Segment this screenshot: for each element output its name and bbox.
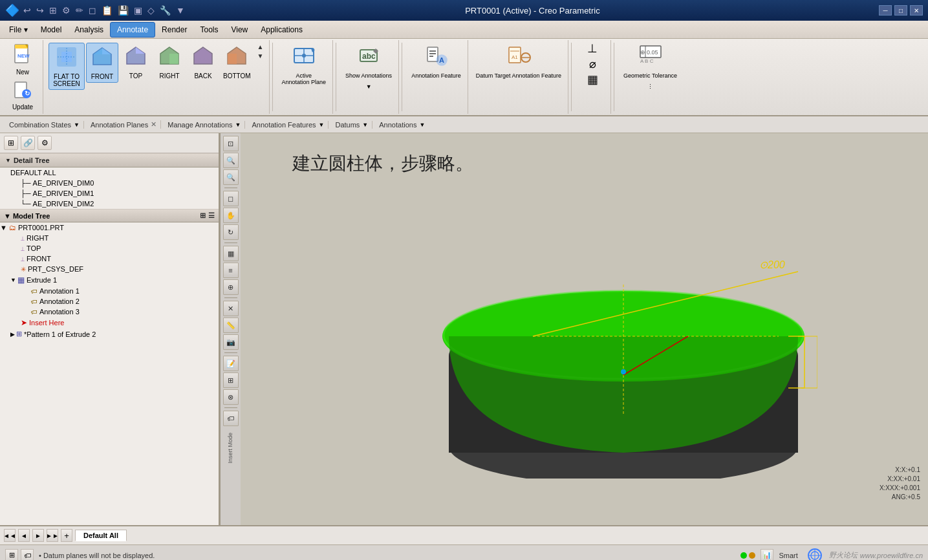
- quick-access-toolbar[interactable]: 🔷 ↩ ↪ ⊞ ⚙ ✏ ◻ 📋 💾 ▣ ◇ 🔧 ▼: [5, 3, 186, 17]
- model-tree-item-front[interactable]: ⟂ FRONT: [0, 253, 219, 264]
- vp-btn-measure[interactable]: 📏: [223, 318, 239, 333]
- ribbon-top-btn[interactable]: TOP: [120, 43, 152, 81]
- detail-tree-item-dim2[interactable]: └─ AE_DRIVEN_DIM2: [0, 199, 219, 209]
- ribbon-small-btn-2[interactable]: ⌀: [578, 57, 607, 71]
- model-tree-item-csys[interactable]: ✳ PRT_CSYS_DEF: [0, 264, 219, 274]
- model-tree-item-prt0001[interactable]: ▼ 🗂 PRT0001.PRT: [0, 222, 219, 233]
- status-icon-2[interactable]: 🏷: [21, 549, 34, 561]
- undo-btn[interactable]: ↩: [22, 5, 32, 16]
- status-icon-chart[interactable]: 📊: [761, 549, 773, 561]
- close-btn[interactable]: ✕: [910, 5, 923, 16]
- qa-btn5[interactable]: 📋: [100, 5, 114, 16]
- qa-btn3[interactable]: ✏: [74, 5, 85, 16]
- vp-btn-zoom-in[interactable]: 🔍: [223, 153, 239, 168]
- model-tree-item-right[interactable]: ⟂ RIGHT: [0, 233, 219, 243]
- redo-btn[interactable]: ↪: [35, 5, 45, 16]
- nav-last-btn[interactable]: ►►: [47, 529, 58, 542]
- model-tree-item-annot1[interactable]: 🏷 Annotation 1: [0, 286, 219, 296]
- annotation-planes-close[interactable]: ✕: [151, 120, 156, 129]
- qa-btn4[interactable]: ◻: [87, 5, 98, 16]
- qa-btn8[interactable]: ◇: [146, 5, 156, 16]
- vp-btn-camera[interactable]: 📷: [223, 334, 239, 350]
- ribbon-geom-tol-more[interactable]: ⋮: [636, 82, 665, 91]
- ribbon-new-btn[interactable]: NEW New: [6, 41, 39, 78]
- model-tree-item-pattern1[interactable]: ▶ ⊞ *Pattern 1 of Extrude 2: [0, 328, 219, 339]
- minimize-btn[interactable]: ─: [879, 5, 892, 16]
- vp-btn-extra1[interactable]: ⊗: [223, 389, 239, 405]
- ribbon-annotation-feature-btn[interactable]: A Annotation Feature: [409, 41, 464, 81]
- manage-annotations-dropdown[interactable]: ▼: [235, 122, 241, 128]
- vp-btn-split[interactable]: ⊞: [223, 372, 239, 388]
- maximize-btn[interactable]: □: [894, 5, 907, 16]
- model-tree-item-insert-here[interactable]: ➤ Insert Here: [0, 317, 219, 328]
- menu-view[interactable]: View: [224, 23, 254, 37]
- detail-tree-header[interactable]: ▼ Detail Tree: [0, 153, 219, 167]
- model-tree-item-top[interactable]: ⟂ TOP: [0, 243, 219, 253]
- detail-tree-item-default-all[interactable]: DEFAULT ALL: [0, 167, 219, 178]
- detail-tree-item-dim1[interactable]: ├─ AE_DRIVEN_DIM1: [0, 188, 219, 199]
- vp-btn-note[interactable]: 📝: [223, 356, 239, 371]
- qa-btn7[interactable]: ▣: [133, 5, 144, 16]
- menu-analysis[interactable]: Analysis: [68, 23, 110, 37]
- ribbon-datum-target-btn[interactable]: A1 Datum Target Annotation Feature: [473, 41, 564, 81]
- ribbon-show-annot-dropdown[interactable]: ▼: [354, 82, 383, 91]
- vp-btn-rotate[interactable]: ↻: [223, 224, 239, 240]
- detail-tree-btn-3[interactable]: ⚙: [38, 136, 52, 150]
- status-icon-1[interactable]: ⊞: [5, 549, 18, 561]
- ribbon-right-btn[interactable]: RIGHT: [153, 43, 186, 81]
- menu-file[interactable]: File ▾: [3, 23, 34, 37]
- nav-prev-btn[interactable]: ◄: [18, 529, 30, 542]
- nav-next-btn[interactable]: ►: [32, 529, 44, 542]
- qa-dropdown[interactable]: ▼: [175, 5, 186, 16]
- scroll-up-btn[interactable]: ▲: [256, 43, 265, 51]
- ribbon-back-btn[interactable]: BACK: [187, 43, 219, 81]
- vp-btn-cross[interactable]: ✕: [223, 301, 239, 316]
- vp-btn-perspective[interactable]: ⊕: [223, 279, 239, 295]
- nav-first-btn[interactable]: ◄◄: [4, 529, 16, 542]
- combination-states-dropdown[interactable]: ▼: [74, 122, 80, 128]
- menu-model[interactable]: Model: [34, 23, 69, 37]
- ribbon-small-btn-3[interactable]: ▦: [578, 72, 607, 87]
- vp-btn-view[interactable]: ◻: [223, 191, 239, 206]
- menu-tools[interactable]: Tools: [193, 23, 224, 37]
- annotations-dropdown[interactable]: ▼: [419, 122, 425, 128]
- model-tree-item-annot3[interactable]: 🏷 Annotation 3: [0, 307, 219, 317]
- ribbon-show-annotations-btn[interactable]: abc Show Annotations: [343, 41, 394, 81]
- window-controls[interactable]: ─ □ ✕: [879, 5, 923, 16]
- qa-btn1[interactable]: ⊞: [48, 5, 58, 16]
- vp-btn-zoom-fit[interactable]: ⊡: [223, 136, 239, 151]
- detail-tree-btn-2[interactable]: 🔗: [21, 136, 35, 150]
- qa-btn6[interactable]: 💾: [116, 5, 130, 16]
- menu-annotate[interactable]: Annotate: [110, 22, 155, 38]
- model-tree-ctrl-btn-1[interactable]: ⊞: [200, 211, 206, 220]
- orientation-scroll[interactable]: ▲ ▼: [256, 43, 265, 60]
- vp-btn-layers[interactable]: ≡: [223, 263, 239, 278]
- scroll-down-btn[interactable]: ▼: [256, 52, 265, 60]
- ribbon-active-annotation-plane-btn[interactable]: Active Annotation Plane: [279, 41, 329, 87]
- model-tree-controls[interactable]: ⊞ ☰: [200, 211, 215, 220]
- menu-render[interactable]: Render: [155, 23, 193, 37]
- nav-tab-default-all[interactable]: Default All: [75, 530, 127, 541]
- ribbon-flat-to-screen-btn[interactable]: FLAT TOSCREEN: [49, 43, 85, 90]
- menu-applications[interactable]: Applications: [254, 23, 309, 37]
- datums-dropdown[interactable]: ▼: [362, 122, 368, 128]
- model-tree-item-annot2[interactable]: 🏷 Annotation 2: [0, 296, 219, 307]
- vp-btn-zoom-out[interactable]: 🔍: [223, 169, 239, 185]
- 3d-viewport[interactable]: 建立圆柱体，步骤略。: [241, 133, 928, 525]
- model-tree-item-extrude1[interactable]: ▼ ▦ Extrude 1: [0, 274, 219, 286]
- annotation-features-dropdown[interactable]: ▼: [319, 122, 325, 128]
- nav-add-tab-btn[interactable]: +: [61, 529, 72, 542]
- qa-btn2[interactable]: ⚙: [61, 5, 72, 16]
- ribbon-update-btn[interactable]: ↻ Update: [6, 79, 39, 113]
- vp-btn-pan[interactable]: ✋: [223, 208, 239, 223]
- ribbon-small-btn-1[interactable]: ⊥: [578, 41, 607, 56]
- detail-tree-btn-1[interactable]: ⊞: [4, 136, 18, 150]
- ribbon-front-btn[interactable]: FRONT: [86, 43, 118, 83]
- vp-btn-annot[interactable]: 🏷: [223, 411, 239, 426]
- ribbon-bottom-btn[interactable]: BOTTOM: [221, 43, 254, 81]
- ribbon-geometric-tolerance-btn[interactable]: ⊕ 0.05 A B C Geometric Tolerance: [621, 41, 680, 81]
- qa-btn9[interactable]: 🔧: [158, 5, 172, 16]
- vp-btn-model-display[interactable]: ▦: [223, 246, 239, 261]
- model-tree-ctrl-btn-2[interactable]: ☰: [208, 211, 215, 220]
- detail-tree-item-dim0[interactable]: ├─ AE_DRIVEN_DIM0: [0, 178, 219, 188]
